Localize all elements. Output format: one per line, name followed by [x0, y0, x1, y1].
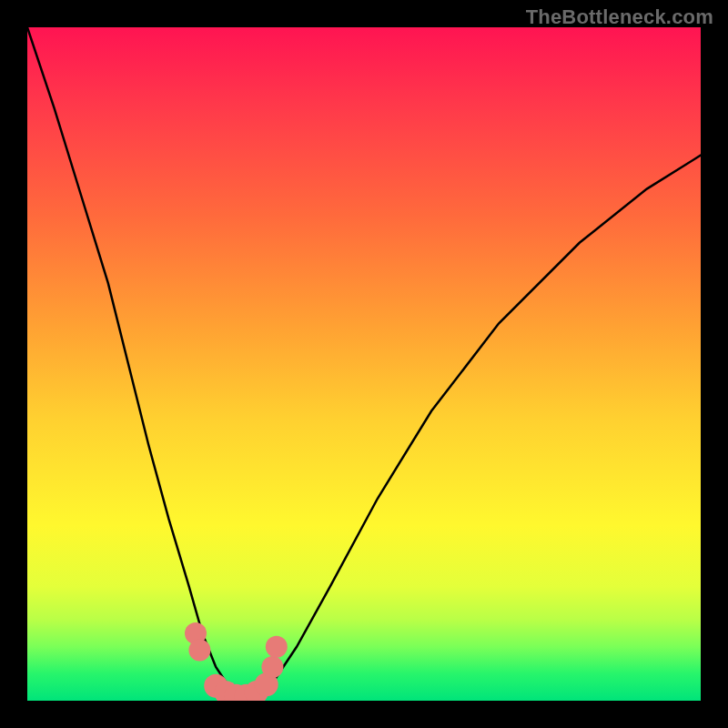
highlighted-range-markers	[185, 622, 288, 701]
bottleneck-curve	[27, 27, 701, 701]
chart-overlay	[27, 27, 701, 701]
watermark-text: TheBottleneck.com	[526, 5, 713, 29]
marker-dot	[266, 636, 288, 658]
marker-dot	[261, 656, 283, 678]
chart-plot-area	[27, 27, 701, 701]
marker-dot	[188, 640, 210, 662]
